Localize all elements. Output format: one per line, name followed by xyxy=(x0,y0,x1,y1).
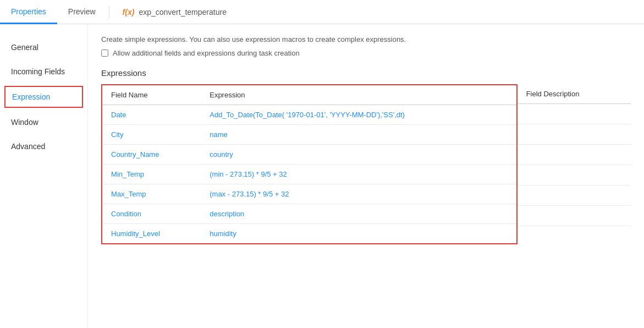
sidebar-item-general[interactable]: General xyxy=(0,35,87,59)
tab-divider xyxy=(109,6,109,19)
table-row[interactable]: Cityname xyxy=(102,125,516,145)
sidebar: General Incoming Fields Expression Windo… xyxy=(0,24,88,328)
function-name: exp_convert_temperature xyxy=(139,8,227,17)
field-description-cell xyxy=(518,206,631,226)
field-description-cell xyxy=(518,124,631,145)
content-area: Create simple expressions. You can also … xyxy=(88,24,644,328)
expression-cell[interactable]: Add_To_Date(To_Date( '1970-01-01', 'YYYY… xyxy=(201,105,516,125)
col-header-field-name: Field Name xyxy=(102,85,201,105)
field-description-cell xyxy=(518,104,631,124)
field-description-header: Field Description xyxy=(518,84,631,104)
col-header-expression: Expression xyxy=(201,85,516,105)
function-icon: f(x) xyxy=(123,8,135,17)
expression-cell[interactable]: description xyxy=(201,204,516,224)
field-description-cell xyxy=(518,185,631,206)
checkbox-label: Allow additional fields and expressions … xyxy=(113,49,300,57)
expression-cell[interactable]: name xyxy=(201,125,516,145)
expression-cell[interactable]: humidity xyxy=(201,224,516,244)
sidebar-item-window[interactable]: Window xyxy=(0,110,87,134)
table-row[interactable]: Conditiondescription xyxy=(102,204,516,224)
field-name-cell[interactable]: Min_Temp xyxy=(102,165,201,184)
expression-cell[interactable]: (max - 273.15) * 9/5 + 32 xyxy=(201,184,516,204)
sidebar-item-incoming-fields[interactable]: Incoming Fields xyxy=(0,59,87,84)
field-name-cell[interactable]: City xyxy=(102,125,201,145)
field-name-cell[interactable]: Max_Temp xyxy=(102,184,201,204)
field-description-cell xyxy=(518,165,631,185)
field-description-cell xyxy=(518,226,631,247)
tab-properties[interactable]: Properties xyxy=(0,1,57,24)
field-name-cell[interactable]: Humidity_Level xyxy=(102,224,201,244)
sidebar-item-expression[interactable]: Expression xyxy=(4,86,83,108)
field-description-cell xyxy=(518,145,631,165)
field-name-cell[interactable]: Condition xyxy=(102,204,201,224)
expression-cell[interactable]: country xyxy=(201,145,516,165)
function-tab[interactable]: f(x) exp_convert_temperature xyxy=(112,1,238,23)
table-row[interactable]: DateAdd_To_Date(To_Date( '1970-01-01', '… xyxy=(102,105,516,125)
right-side: Field Description xyxy=(518,84,631,247)
table-row[interactable]: Country_Namecountry xyxy=(102,145,516,165)
table-row[interactable]: Humidity_Levelhumidity xyxy=(102,224,516,244)
field-name-cell[interactable]: Country_Name xyxy=(102,145,201,165)
expressions-table: Field Name Expression DateAdd_To_Date(To… xyxy=(102,85,516,243)
section-title: Expressions xyxy=(101,68,631,78)
expressions-table-wrapper: Field Name Expression DateAdd_To_Date(To… xyxy=(101,84,518,244)
checkbox-row: Allow additional fields and expressions … xyxy=(101,49,631,57)
expression-cell[interactable]: (min - 273.15) * 9/5 + 32 xyxy=(201,165,516,184)
table-row[interactable]: Max_Temp(max - 273.15) * 9/5 + 32 xyxy=(102,184,516,204)
additional-fields-checkbox[interactable] xyxy=(101,50,108,57)
table-row[interactable]: Min_Temp(min - 273.15) * 9/5 + 32 xyxy=(102,165,516,184)
right-rows xyxy=(518,104,631,247)
field-name-cell[interactable]: Date xyxy=(102,105,201,125)
tab-preview[interactable]: Preview xyxy=(57,1,107,24)
sidebar-item-advanced[interactable]: Advanced xyxy=(0,134,87,158)
description-text: Create simple expressions. You can also … xyxy=(101,35,631,43)
outer-table: Field Name Expression DateAdd_To_Date(To… xyxy=(101,84,631,247)
